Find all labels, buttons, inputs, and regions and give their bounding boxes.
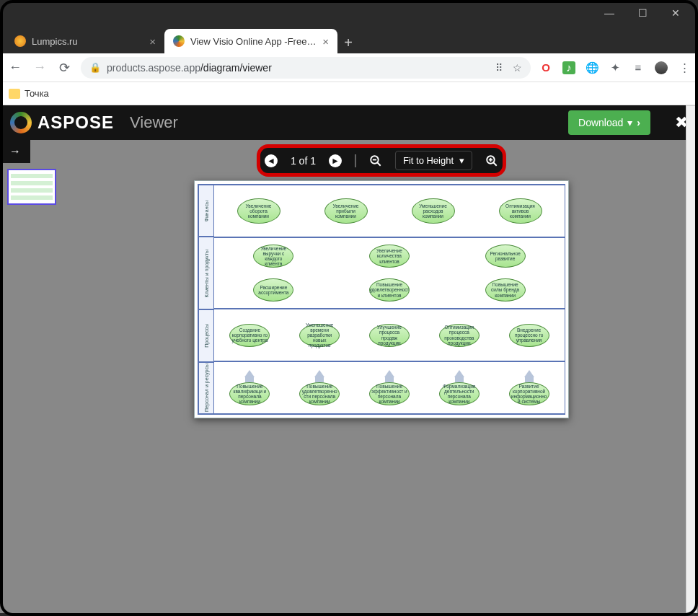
back-button[interactable]: ←	[7, 60, 23, 75]
profile-avatar[interactable]: ●	[655, 61, 668, 74]
close-icon[interactable]: ×	[322, 35, 329, 48]
diagram-node: Увеличение количества клиентов	[369, 245, 410, 268]
bookmark-item[interactable]: Точка	[25, 88, 49, 99]
browser-menu-icon[interactable]: ⋮	[678, 61, 691, 74]
diagram-node: Уменьшение времени разработки новых прод…	[299, 324, 340, 347]
logo-swirl-icon	[10, 112, 32, 133]
swimlane-row: Увеличение выручки с каждого клиента Уве…	[214, 237, 565, 309]
swimlane-row: Увеличение оборота компании Увеличение п…	[214, 185, 565, 237]
swimlane-row: Повышение квалификаци и персонала компан…	[214, 361, 565, 414]
diagram-node: Создание корпоративно го учебного центра	[229, 324, 270, 347]
diagram-node: Повышение квалификаци и персонала компан…	[229, 382, 270, 405]
caret-down-icon: ▾	[627, 117, 632, 128]
caret-down-icon: ▾	[459, 155, 464, 166]
lane-header: Финансы	[198, 185, 214, 237]
diagram-node: Оптимизация процесса производства продук…	[439, 324, 480, 347]
diagram-node: Повышение удовлетворенно сти персонала к…	[299, 382, 340, 405]
page-thumbnail[interactable]	[7, 169, 56, 205]
reader-icon[interactable]: ≡	[632, 61, 645, 74]
extensions-icon[interactable]: ✦	[609, 61, 622, 74]
ext-globe-icon[interactable]: 🌐	[586, 61, 598, 74]
window-maximize[interactable]: ☐	[626, 3, 659, 23]
chevron-right-icon: ›	[637, 117, 640, 128]
lane-header: Клиенты и продукты	[198, 237, 214, 309]
zoom-mode-select[interactable]: Fit to Height ▾	[395, 151, 472, 170]
ext-music-icon[interactable]: ♪	[562, 61, 575, 74]
diagram-node: Региональное развитие	[485, 245, 526, 268]
tab-label: Lumpics.ru	[32, 36, 143, 47]
folder-icon	[9, 89, 20, 99]
diagram-node: Повышение силы бренда компании	[485, 278, 526, 302]
download-button[interactable]: Download ▾ ›	[568, 110, 650, 135]
lock-icon: 🔒	[89, 62, 101, 73]
lane-header: Персонал и ресурсы	[198, 362, 214, 414]
diagram-node: Оптимизация активов компании	[499, 198, 542, 224]
address-bar[interactable]: 🔒 products.aspose.app/diagram/viewer ⠿ ☆	[81, 57, 531, 79]
page-title: Viewer	[130, 113, 178, 132]
reload-button[interactable]: ⟳	[56, 60, 72, 76]
logo-text: ASPOSE	[37, 113, 114, 133]
next-page-button[interactable]: ►	[329, 154, 342, 167]
svg-line-1	[377, 162, 381, 166]
swimlane-row: Создание корпоративно го учебного центра…	[214, 309, 565, 361]
diagram-node: Повышение эффективност и персонала компа…	[369, 382, 410, 405]
diagram-node: Формализация деятельности персонала комп…	[439, 382, 480, 405]
forward-button[interactable]: →	[32, 60, 48, 75]
expand-sidebar-button[interactable]: →	[0, 140, 30, 163]
diagram-node: Внедрение процессно го управления	[509, 324, 549, 347]
diagram-node: Повышение удовлетворенност и клиентов	[369, 278, 410, 302]
viewer-controls: ◄ 1 of 1 ► Fit to Height ▾	[257, 144, 506, 177]
diagram-node: Развитие корпоративной информационно й с…	[509, 382, 549, 405]
close-icon[interactable]: ×	[149, 35, 156, 48]
vertical-scrollbar[interactable]	[686, 105, 697, 613]
diagram-node: Увеличение выручки с каждого клиента	[253, 245, 293, 268]
browser-tab-2[interactable]: View Visio Online App -Free Onli ×	[164, 29, 337, 53]
zoom-out-button[interactable]	[369, 154, 382, 167]
tab-label: View Visio Online App -Free Onli	[190, 36, 317, 47]
favicon-icon	[173, 35, 185, 47]
diagram-node: Улучшение процесса продаж продукции	[369, 324, 410, 347]
prev-page-button[interactable]: ◄	[265, 154, 278, 167]
favicon-icon	[14, 35, 26, 47]
svg-line-4	[493, 162, 497, 166]
lane-header: Процессы	[198, 309, 214, 361]
aspose-logo[interactable]: ASPOSE	[10, 112, 114, 133]
url-text: products.aspose.app/diagram/viewer	[107, 62, 490, 74]
diagram-node: Увеличение оборота компании	[237, 198, 280, 224]
bookmark-star-icon[interactable]: ☆	[513, 62, 522, 74]
window-close[interactable]: ✕	[659, 3, 692, 23]
ext-opera-icon[interactable]: O	[539, 61, 552, 74]
diagram-node: Расширение ассортимента	[253, 278, 293, 302]
translate-icon[interactable]: ⠿	[495, 62, 503, 74]
divider	[355, 154, 356, 167]
browser-tab-1[interactable]: Lumpics.ru ×	[6, 29, 164, 53]
zoom-in-button[interactable]	[485, 154, 498, 167]
document-page[interactable]: Финансы Клиенты и продукты Процессы Перс…	[194, 180, 569, 418]
window-minimize[interactable]: —	[593, 3, 626, 23]
diagram-node: Увеличение прибыли компании	[324, 198, 368, 224]
new-tab-button[interactable]: +	[337, 32, 359, 53]
page-indicator: 1 of 1	[291, 155, 316, 167]
diagram-node: Уменьшение расходов компании	[412, 198, 455, 224]
